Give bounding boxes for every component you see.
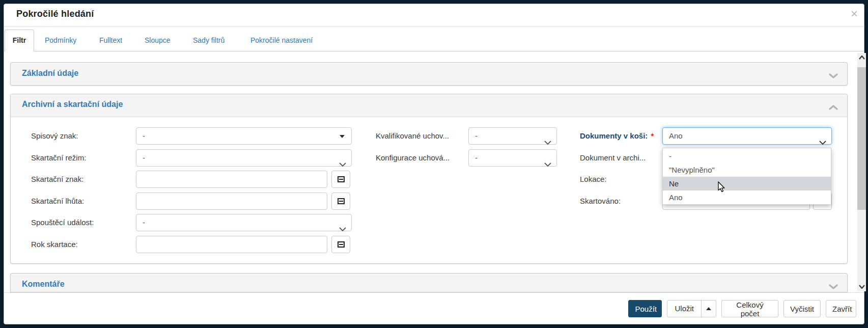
section-komentare[interactable]: Komentáře <box>10 273 848 292</box>
interval-button[interactable] <box>331 171 350 188</box>
section-title: Základní údaje <box>22 69 78 78</box>
skartacni-lhuta-input[interactable] <box>136 193 327 210</box>
dialog-title: Pokročilé hledání <box>16 9 94 19</box>
chevron-down-icon <box>339 221 346 237</box>
tab-sloupce[interactable]: Sloupce <box>145 30 171 51</box>
label-rok-skartace: Rok skartace: <box>31 236 78 253</box>
tab-podminky[interactable]: Podmínky <box>45 30 76 51</box>
label-dokumenty-v-kosi: Dokumenty v koši:* <box>580 127 654 145</box>
scroll-up-arrow-icon[interactable] <box>857 53 866 62</box>
chevron-down-icon <box>829 72 838 81</box>
apply-button[interactable]: Použít <box>628 300 662 317</box>
header-divider <box>4 26 864 27</box>
skartacni-rezim-select[interactable]: - <box>136 149 352 167</box>
interval-button[interactable] <box>331 193 350 210</box>
interval-button[interactable] <box>331 236 350 253</box>
page-backdrop: Pokročilé hledání × Filtr Podmínky Fullt… <box>0 0 868 328</box>
footer-actions: Použít Uložit Celkový počet Vyčistit Zav… <box>628 300 856 317</box>
save-button[interactable]: Uložit <box>667 300 701 317</box>
dropdown-option[interactable]: "Nevyplněno" <box>663 163 831 177</box>
interval-icon <box>338 198 345 204</box>
section-title: Komentáře <box>22 280 65 289</box>
chevron-down-icon <box>544 156 551 173</box>
spousteci-udalost-select[interactable]: - <box>136 214 352 231</box>
interval-icon <box>338 241 345 248</box>
dokumenty-v-kosi-dropdown: - "Nevyplněno" Ne Ano <box>662 148 831 205</box>
close-button[interactable]: Zavřít <box>826 300 856 317</box>
label-skartacni-znak: Skartační znak: <box>31 171 83 188</box>
mouse-cursor <box>717 181 727 193</box>
save-split-button: Uložit <box>667 300 716 317</box>
chevron-down-icon <box>829 283 838 292</box>
dokumenty-v-kosi-select[interactable]: Ano <box>662 127 832 145</box>
section-archivni-header[interactable]: Archivní a skartační údaje <box>11 94 847 117</box>
label-spisovy-znak: Spisový znak: <box>31 127 78 145</box>
required-asterisk: * <box>651 131 654 140</box>
interval-icon <box>338 176 345 182</box>
total-count-button[interactable]: Celkový počet <box>721 300 778 317</box>
label-skartacni-lhuta: Skartační lhůta: <box>31 193 84 210</box>
scrollbar-thumb[interactable] <box>857 67 866 210</box>
clear-button[interactable]: Vyčistit <box>783 300 821 317</box>
close-icon[interactable]: × <box>847 6 862 21</box>
skartacni-znak-input[interactable] <box>136 171 327 188</box>
tab-filtr[interactable]: Filtr <box>5 30 34 51</box>
chevron-up-icon <box>829 103 838 112</box>
dropdown-option[interactable]: Ano <box>663 190 831 204</box>
tabbar-divider <box>4 51 864 51</box>
label-konfigurace-uchovani: Konfigurace uchová... <box>376 149 450 167</box>
section-title: Archivní a skartační údaje <box>22 100 123 109</box>
tab-pokrocile-nastaveni[interactable]: Pokročilé nastavení <box>250 30 313 51</box>
chevron-down-icon <box>544 134 551 151</box>
label-skartacni-rezim: Skartační režim: <box>31 149 86 167</box>
caret-up-icon <box>706 307 711 310</box>
advanced-search-dialog: Pokročilé hledání × Filtr Podmínky Fullt… <box>4 4 864 324</box>
kvalifikovane-uchovani-select[interactable]: - <box>468 127 557 145</box>
label-dokument-v-archivu: Dokument v archi... <box>580 149 646 167</box>
tab-sady-filtru[interactable]: Sady filtrů <box>193 30 225 51</box>
label-spousteci-udalost: Spouštěcí událost: <box>31 214 94 231</box>
section-zakladni-udaje[interactable]: Základní údaje <box>10 62 848 86</box>
label-kvalifikovane-uchovani: Kvalifikované uchov... <box>376 127 449 145</box>
save-dropdown-toggle[interactable] <box>701 300 716 317</box>
dropdown-option[interactable]: - <box>663 149 831 163</box>
spisovy-znak-combobox[interactable]: - <box>136 127 352 145</box>
label-lokace: Lokace: <box>580 171 607 188</box>
label-skartovano: Skartováno: <box>580 193 621 210</box>
tab-fulltext[interactable]: Fulltext <box>99 30 122 51</box>
dropdown-option-highlighted[interactable]: Ne <box>663 177 831 190</box>
footer-divider <box>4 292 864 293</box>
caret-down-icon <box>340 135 345 138</box>
vertical-scrollbar[interactable] <box>857 53 866 291</box>
scroll-down-arrow-icon[interactable] <box>857 282 866 291</box>
rok-skartace-input[interactable] <box>136 236 327 253</box>
konfigurace-uchovani-select[interactable]: - <box>468 149 557 167</box>
